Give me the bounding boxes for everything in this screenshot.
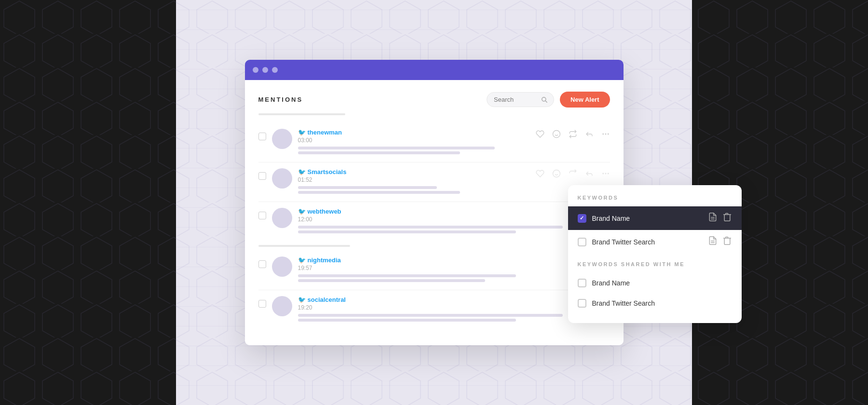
search-box[interactable] [487,92,554,107]
traffic-light-green[interactable] [272,67,278,73]
keyword-label-1: Brand Name [592,215,702,222]
mention-content-3: 🐦 webtheweb 12:00 [298,208,610,235]
shared-keyword-label-2: Brand Twitter Search [592,299,732,307]
content-bar-2b [298,191,461,194]
mention-checkbox-4[interactable] [258,260,266,268]
side-panel-left [0,0,176,405]
traffic-light-red[interactable] [253,67,258,73]
mention-item-5: 🐦 socialcentral 19:20 [258,290,610,329]
mention-item: 🐦 thenewman 03:00 [258,123,610,162]
mention-checkbox-3[interactable] [258,212,266,219]
keywords-section-title: KEYWORDS [568,185,742,206]
svg-point-10 [553,170,560,177]
content-bar-4b [298,279,485,282]
reply-icon-2[interactable] [585,169,594,178]
keyword-item-twitter-search[interactable]: Brand Twitter Search [568,230,742,254]
app-window: MENTIONS New Alert [245,60,624,345]
mention-item-3: 🐦 webtheweb 12:00 [258,202,610,241]
mention-checkbox-1[interactable] [258,133,266,140]
mention-item-4: 🐦 nightmedia 19:57 [258,251,610,290]
mention-username-4: 🐦 nightmedia [298,256,610,264]
mention-time-1: 03:00 [298,137,530,144]
username-text-2: Smartsocials [308,168,347,176]
keyword-actions-2 [708,236,732,248]
new-alert-button[interactable]: New Alert [560,92,610,108]
username-text-4: nightmedia [308,256,341,264]
svg-point-7 [603,134,604,135]
avatar-5 [272,296,292,316]
twitter-icon-1: 🐦 [298,129,306,136]
emoji-icon-2[interactable] [552,169,561,178]
mention-content-4: 🐦 nightmedia 19:57 [298,256,610,284]
keyword-checkbox-1[interactable] [578,214,586,223]
emoji-icon-1[interactable] [552,130,561,138]
mention-checkbox-5[interactable] [258,300,266,308]
svg-point-4 [553,131,560,138]
avatar-3 [272,208,292,228]
mention-content-2: 🐦 Smartsocials 01:52 [298,168,530,196]
svg-line-3 [545,101,547,102]
svg-point-11 [603,173,604,174]
twitter-icon-2: 🐦 [298,168,306,176]
shared-keyword-item-1[interactable]: Brand Name [568,273,742,293]
reply-icon-1[interactable] [585,130,594,138]
edit-icon-2[interactable] [708,236,718,248]
svg-point-12 [605,173,606,174]
svg-point-9 [608,134,609,135]
divider-bar [258,245,350,247]
search-input[interactable] [494,96,537,103]
mention-username-3: 🐦 webtheweb [298,208,610,215]
shared-keyword-checkbox-1[interactable] [578,279,586,287]
content-bar-5a [298,314,563,317]
delete-icon-1[interactable] [722,212,732,224]
more-icon-2[interactable] [601,169,610,178]
title-bar [245,60,624,80]
twitter-icon-5: 🐦 [298,296,306,303]
more-icon-1[interactable] [601,130,610,138]
mention-actions-1 [536,130,610,138]
mention-list-group1: 🐦 thenewman 03:00 [245,123,624,241]
keyword-item-brand-name[interactable]: Brand Name [568,206,742,230]
username-text-1: thenewman [308,129,342,136]
avatar-1 [272,129,292,149]
twitter-icon-4: 🐦 [298,256,306,264]
keyword-checkbox-2[interactable] [578,238,586,246]
shared-keyword-item-2[interactable]: Brand Twitter Search [568,293,742,313]
mention-time-2: 01:52 [298,176,530,183]
content-bar-3b [298,230,516,233]
retweet-icon-2[interactable] [569,169,577,178]
mention-checkbox-2[interactable] [258,172,266,180]
content-bar-1b [298,151,461,154]
window-header: MENTIONS New Alert [245,80,624,113]
like-icon-2[interactable] [536,169,544,178]
shared-keyword-checkbox-2[interactable] [578,299,586,308]
keywords-panel: KEYWORDS Brand Name [568,185,742,323]
svg-point-13 [608,173,609,174]
delete-icon-2[interactable] [722,236,732,248]
traffic-light-yellow[interactable] [262,67,268,73]
content-bar-2a [298,186,437,189]
keyword-label-2: Brand Twitter Search [592,238,702,246]
filter-track [258,113,345,115]
content-bar-1a [298,147,495,149]
mention-time-3: 12:00 [298,216,610,223]
mention-content-5: 🐦 socialcentral 19:20 [298,296,610,324]
page-title: MENTIONS [258,96,303,103]
keywords-shared-title: KEYWORDS SHARED WITH ME [568,254,742,273]
mention-content-1: 🐦 thenewman 03:00 [298,129,530,156]
mention-time-4: 19:57 [298,265,610,271]
avatar-2 [272,168,292,189]
mention-username-2: 🐦 Smartsocials [298,168,530,176]
section-divider [245,241,624,247]
like-icon-1[interactable] [536,130,544,138]
mention-list-group2: 🐦 nightmedia 19:57 🐦 socialcentral [245,251,624,329]
edit-icon-1[interactable] [708,212,718,224]
username-text-3: webtheweb [308,208,341,215]
retweet-icon-1[interactable] [569,130,577,138]
mention-username-1: 🐦 thenewman [298,129,530,136]
keyword-actions-1 [708,212,732,224]
shared-keyword-label-1: Brand Name [592,279,732,287]
content-bar-4a [298,274,516,277]
keywords-panel-footer: Brand Name Brand Twitter Search [568,273,742,323]
window-content: MENTIONS New Alert [245,80,624,345]
